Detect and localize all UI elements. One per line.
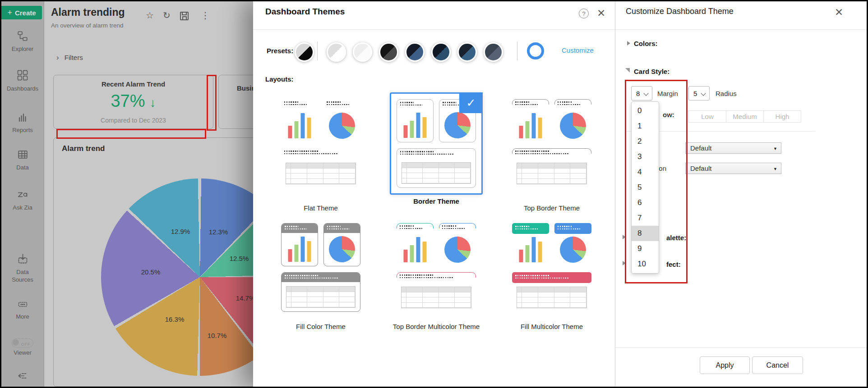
- margin-dropdown-list: 0 1 2 3 4 5 6 7 8 9 10: [631, 101, 659, 274]
- layout-option-top-border-multicolor-theme[interactable]: Top Border Multicolor Theme: [386, 222, 487, 331]
- close-icon[interactable]: ✕: [597, 8, 605, 18]
- customize-link[interactable]: Customize: [562, 46, 594, 54]
- dropdown-option[interactable]: 3: [632, 149, 659, 164]
- modal-title: Dashboard Themes: [265, 7, 345, 17]
- layout-label: Fill Color Theme: [270, 322, 371, 331]
- preset-swatch-black-teal-blue[interactable]: [457, 42, 477, 62]
- border-style-select[interactable]: Default ▼: [685, 142, 781, 154]
- dropdown-arrow-icon: ▼: [773, 167, 777, 171]
- palette-section-fragment: alette:: [666, 234, 686, 242]
- shadow-high-option[interactable]: High: [763, 111, 801, 122]
- presets-divider: [517, 41, 517, 60]
- expanded-arrow-icon[interactable]: [625, 68, 630, 73]
- pie-slice-label: 20.5%: [140, 268, 161, 276]
- sidebar-item-label: Data Sources: [7, 268, 38, 283]
- radius-label: Radius: [716, 90, 737, 97]
- collapse-sidebar-button[interactable]: [1, 370, 44, 383]
- select-value: Default: [690, 144, 712, 152]
- sidebar-item-label: Explorer: [1, 45, 44, 53]
- check-icon: ✓: [466, 96, 476, 110]
- custom-theme-ring-icon[interactable]: [527, 42, 544, 59]
- preset-swatch-light-gray[interactable]: [327, 42, 346, 62]
- preset-swatch-white-black[interactable]: [295, 42, 314, 62]
- layout-option-fill-multicolor-theme[interactable]: Fill Multicolor Theme: [501, 222, 602, 331]
- sidebar-item-more[interactable]: More: [1, 299, 44, 320]
- sidebar: + Create Explorer Dashboards Reports Dat…: [1, 1, 44, 387]
- pie-slice-label: 12.3%: [208, 228, 229, 236]
- layouts-label: Layouts:: [265, 75, 294, 83]
- refresh-icon[interactable]: ↻: [163, 10, 171, 20]
- layout-label: Fill Multicolor Theme: [501, 322, 602, 331]
- layout-option-fill-color-theme[interactable]: Fill Color Theme: [270, 222, 371, 331]
- help-icon[interactable]: ?: [579, 9, 589, 18]
- colors-section-header[interactable]: Colors:: [634, 40, 658, 47]
- sidebar-item-reports[interactable]: Reports: [1, 112, 44, 134]
- chevron-down-icon: [643, 91, 648, 96]
- preset-swatch-black-navy[interactable]: [431, 42, 451, 62]
- preset-swatch-black-steel-blue[interactable]: [405, 42, 425, 62]
- layout-label: Top Border Theme: [501, 204, 602, 213]
- dashboard-themes-modal: Dashboard Themes ? ✕ Presets: Customize …: [253, 1, 615, 387]
- page-subtitle: An overview of alarm trend: [51, 22, 124, 29]
- filters-expander[interactable]: › Filters: [56, 53, 83, 62]
- toggle-knob: [13, 339, 19, 346]
- card-style-section-header[interactable]: Card Style:: [634, 68, 669, 75]
- collapsed-arrow-icon[interactable]: [623, 235, 626, 239]
- sidebar-item-label: Dashboards: [1, 85, 44, 92]
- presets-label: Presets:: [267, 47, 293, 55]
- sidebar-item-label: Ask Zia: [1, 204, 44, 211]
- sidebar-item-ask-zia[interactable]: Ask Zia: [1, 189, 44, 211]
- dropdown-option[interactable]: 10: [632, 256, 659, 272]
- sidebar-item-label: Data: [1, 164, 44, 171]
- dropdown-option[interactable]: 7: [632, 210, 659, 226]
- selected-check-badge: ✓: [459, 92, 483, 113]
- shadow-low-option[interactable]: Low: [689, 111, 726, 122]
- dropdown-option[interactable]: 2: [632, 134, 659, 149]
- layout-option-top-border-theme[interactable]: Top Border Theme: [501, 92, 602, 213]
- data-sources-icon: [17, 253, 29, 265]
- close-icon[interactable]: ✕: [835, 7, 843, 18]
- dropdown-option[interactable]: 6: [632, 195, 659, 210]
- dropdown-option[interactable]: 9: [632, 241, 659, 256]
- dropdown-option[interactable]: 0: [632, 103, 659, 119]
- preset-swatch-slate-gray[interactable]: [484, 42, 503, 62]
- shadow-medium-option[interactable]: Medium: [726, 111, 763, 122]
- kebab-menu-icon[interactable]: ⋮: [201, 10, 210, 20]
- customize-theme-panel: Customize Dashboard Theme ✕ Colors: Card…: [615, 1, 868, 387]
- margin-select[interactable]: 8: [631, 86, 652, 100]
- layout-option-flat-theme[interactable]: Flat Theme: [270, 92, 371, 213]
- radius-select-value: 5: [693, 90, 697, 97]
- sidebar-item-dashboards[interactable]: Dashboards: [1, 69, 44, 92]
- sidebar-item-explorer[interactable]: Explorer: [1, 30, 44, 53]
- kpi-card-title: Recent Alarm Trend: [54, 80, 213, 88]
- dropdown-option-selected[interactable]: 8: [632, 226, 659, 241]
- collapsed-arrow-icon[interactable]: [623, 261, 626, 265]
- shadow-label-fragment: ow:: [663, 111, 674, 119]
- cancel-button[interactable]: Cancel: [752, 356, 803, 374]
- panel-footer-divider: [615, 347, 868, 348]
- sidebar-item-data-sources[interactable]: Data Sources: [1, 253, 44, 283]
- layout-option-border-theme[interactable]: ✓ Border Theme: [386, 92, 487, 206]
- save-icon[interactable]: [180, 12, 189, 20]
- dropdown-option[interactable]: 4: [632, 164, 659, 180]
- data-table-icon: [17, 149, 29, 160]
- preset-swatch-dark-gray[interactable]: [379, 42, 398, 62]
- down-arrow-icon: ↓: [150, 96, 156, 110]
- panel-title: Customize Dashboard Theme: [626, 7, 734, 16]
- more-icon: [17, 299, 29, 310]
- apply-button[interactable]: Apply: [700, 356, 750, 374]
- animation-select[interactable]: Default ▼: [685, 163, 781, 174]
- viewer-toggle[interactable]: OFF: [12, 338, 33, 347]
- collapsed-arrow-icon[interactable]: [627, 41, 630, 46]
- dashboard-app-dimmed: + Create Explorer Dashboards Reports Dat…: [1, 1, 254, 387]
- radius-select[interactable]: 5: [688, 86, 710, 100]
- margin-select-value: 8: [636, 90, 640, 97]
- dropdown-option[interactable]: 1: [632, 119, 659, 134]
- sidebar-item-data[interactable]: Data: [1, 149, 44, 171]
- preset-swatch-white[interactable]: [353, 42, 372, 62]
- collapse-sidebar-icon: [16, 370, 29, 382]
- favorite-star-icon[interactable]: ☆: [146, 10, 154, 20]
- select-value: Default: [690, 164, 712, 172]
- dropdown-option[interactable]: 5: [632, 180, 659, 195]
- create-button[interactable]: + Create: [1, 6, 42, 19]
